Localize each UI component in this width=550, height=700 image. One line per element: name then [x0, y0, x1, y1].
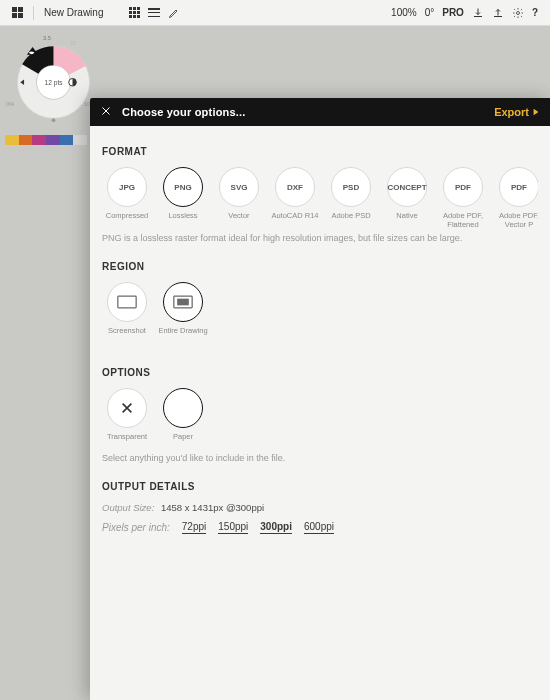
format-circle: CONCEPT — [387, 167, 427, 207]
x-icon — [107, 388, 147, 428]
export-confirm-button[interactable]: Export — [494, 106, 540, 118]
modal-title: Choose your options... — [122, 106, 246, 118]
format-sublabel: Adobe PDF, Vector P — [494, 212, 538, 229]
section-heading-format: FORMAT — [102, 146, 538, 157]
export-button[interactable] — [492, 7, 504, 19]
modal-body: FORMAT JPGCompressedPNGLosslessSVGVector… — [90, 126, 550, 554]
format-option-dxf[interactable]: DXFAutoCAD R14 — [270, 167, 320, 229]
list-menu-button[interactable] — [148, 8, 160, 17]
format-description: PNG is a lossless raster format ideal fo… — [102, 233, 538, 245]
color-swatches[interactable] — [5, 135, 87, 145]
rotation-level[interactable]: 0° — [425, 7, 435, 18]
format-option-psd[interactable]: PSDAdobe PSD — [326, 167, 376, 229]
option-transparent[interactable]: Transparent — [102, 388, 152, 449]
options-options-row: TransparentPaper — [102, 388, 538, 449]
region-options-row: ScreenshotEntire Drawing — [102, 282, 538, 343]
swatch[interactable] — [60, 135, 74, 145]
upload-icon — [492, 7, 504, 19]
export-label: Export — [494, 106, 529, 118]
region-sublabel: Entire Drawing — [158, 327, 207, 343]
export-modal: Choose your options... Export FORMAT JPG… — [90, 98, 550, 700]
swatch[interactable] — [32, 135, 46, 145]
edit-button[interactable] — [168, 7, 180, 19]
output-size-line: Output Size: 1458 x 1431px @300ppi — [102, 502, 538, 513]
format-circle: JPG — [107, 167, 147, 207]
close-icon — [100, 105, 112, 117]
format-option-pdf[interactable]: PDFAdobe PDF, Vector P — [494, 167, 538, 229]
ppi-label: Pixels per inch: — [102, 522, 170, 533]
tier-badge[interactable]: PRO — [442, 7, 464, 18]
section-heading-output: OUTPUT DETAILS — [102, 481, 538, 492]
format-option-svg[interactable]: SVGVector — [214, 167, 264, 229]
format-option-png[interactable]: PNGLossless — [158, 167, 208, 229]
brush-size-label: 12 pts — [44, 79, 63, 87]
format-options-row: JPGCompressedPNGLosslessSVGVectorDXFAuto… — [102, 167, 538, 229]
ppi-option-300ppi[interactable]: 300ppi — [260, 521, 292, 534]
svg-rect-5 — [118, 296, 136, 308]
format-sublabel: AutoCAD R14 — [271, 212, 318, 228]
radial-value-left: 0% — [6, 101, 14, 107]
region-option-entire-drawing[interactable]: Entire Drawing — [158, 282, 208, 343]
divider — [33, 6, 34, 20]
options-description: Select anything you'd like to include in… — [102, 453, 538, 465]
format-sublabel: Adobe PSD — [331, 212, 370, 228]
four-squares-icon — [12, 7, 23, 18]
help-button[interactable]: ? — [532, 7, 538, 18]
region-sublabel: Screenshot — [108, 327, 146, 343]
gear-icon — [512, 7, 524, 19]
swatch[interactable] — [46, 135, 60, 145]
format-sublabel: Compressed — [106, 212, 149, 228]
radial-tool-menu[interactable]: 12 pts 3.5 70 0% 100% — [6, 30, 101, 125]
format-sublabel: Adobe PDF, Flattened — [438, 212, 488, 229]
format-option-concept[interactable]: CONCEPTNative — [382, 167, 432, 229]
option-sublabel: Transparent — [107, 433, 147, 449]
swatch[interactable] — [19, 135, 33, 145]
app-icon[interactable] — [12, 7, 23, 18]
ppi-option-600ppi[interactable]: 600ppi — [304, 521, 334, 534]
swatch[interactable] — [5, 135, 19, 145]
svg-point-4 — [52, 118, 56, 122]
ppi-option-150ppi[interactable]: 150ppi — [218, 521, 248, 534]
close-button[interactable] — [100, 105, 112, 119]
top-toolbar: New Drawing 100% 0° PRO ? — [0, 0, 550, 26]
output-size-value: 1458 x 1431px @300ppi — [161, 502, 264, 513]
svg-rect-7 — [177, 299, 189, 306]
grid-menu-button[interactable] — [129, 7, 140, 18]
chevron-right-icon — [532, 108, 540, 116]
format-circle: PDF — [499, 167, 538, 207]
pencil-icon — [168, 7, 180, 19]
format-circle: PSD — [331, 167, 371, 207]
format-option-pdf[interactable]: PDFAdobe PDF, Flattened — [438, 167, 488, 229]
ppi-row: Pixels per inch: 72ppi150ppi300ppi600ppi — [102, 521, 538, 534]
document-title[interactable]: New Drawing — [44, 7, 103, 18]
option-paper[interactable]: Paper — [158, 388, 208, 449]
grid-icon — [129, 7, 140, 18]
format-circle: PDF — [443, 167, 483, 207]
swatch[interactable] — [73, 135, 87, 145]
section-heading-options: OPTIONS — [102, 367, 538, 378]
settings-button[interactable] — [512, 7, 524, 19]
output-size-label: Output Size: — [102, 502, 154, 513]
radial-dial-icon: 12 pts 3.5 70 0% 100% — [6, 30, 101, 125]
modal-header: Choose your options... Export — [90, 98, 550, 126]
format-circle: PNG — [163, 167, 203, 207]
format-circle: DXF — [275, 167, 315, 207]
import-button[interactable] — [472, 7, 484, 19]
ppi-option-72ppi[interactable]: 72ppi — [182, 521, 206, 534]
hamburger-icon — [148, 8, 160, 17]
radial-value-top1: 3.5 — [43, 35, 51, 41]
option-sublabel: Paper — [173, 433, 193, 449]
zoom-level[interactable]: 100% — [391, 7, 417, 18]
download-icon — [472, 7, 484, 19]
section-heading-region: REGION — [102, 261, 538, 272]
format-sublabel: Lossless — [168, 212, 197, 228]
svg-point-0 — [516, 11, 519, 14]
format-option-jpg[interactable]: JPGCompressed — [102, 167, 152, 229]
format-sublabel: Native — [396, 212, 417, 228]
blank-circle-icon — [163, 388, 203, 428]
radial-value-top2: 70 — [70, 40, 76, 46]
format-sublabel: Vector — [228, 212, 249, 228]
frame-empty-icon — [107, 282, 147, 322]
format-circle: SVG — [219, 167, 259, 207]
region-option-screenshot[interactable]: Screenshot — [102, 282, 152, 343]
